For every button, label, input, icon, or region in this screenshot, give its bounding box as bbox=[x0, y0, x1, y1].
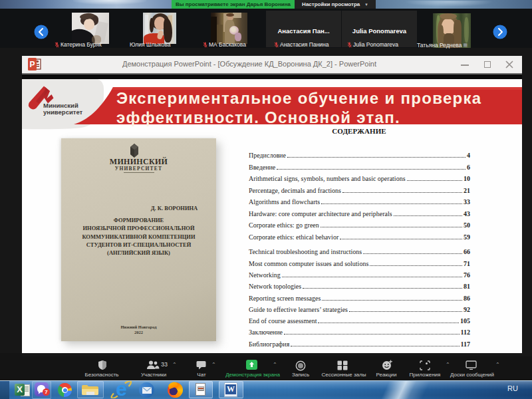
svg-text:университет: университет bbox=[43, 108, 83, 116]
